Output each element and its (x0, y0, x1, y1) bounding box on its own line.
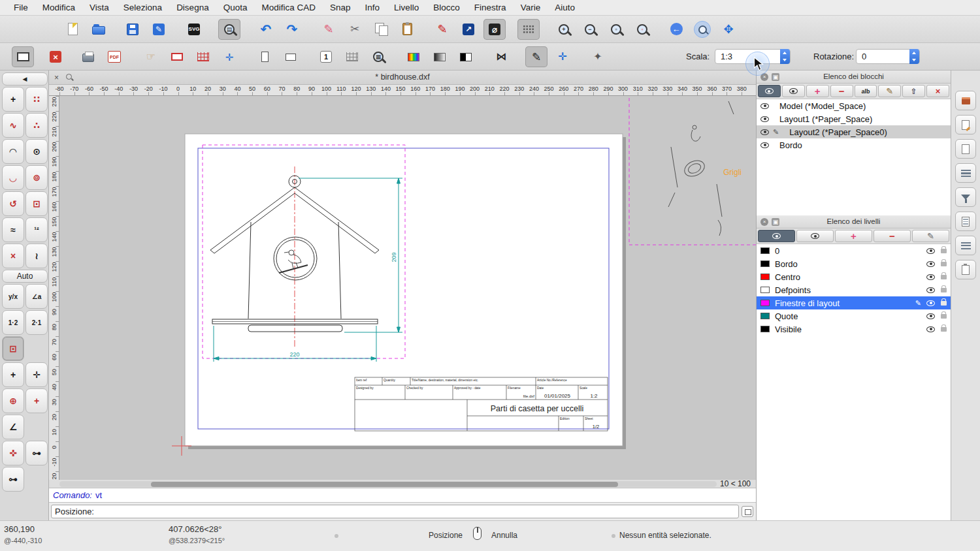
remove-block-icon[interactable]: − (830, 85, 853, 97)
pen-edit-button[interactable]: ✎ (431, 19, 453, 40)
grid-button[interactable] (341, 46, 363, 67)
menu-vista[interactable]: Vista (82, 3, 116, 12)
single-page-button[interactable]: 1 (315, 46, 337, 67)
block-visibility-all-icon[interactable] (758, 85, 781, 97)
pdf-export-button[interactable]: PDF (103, 46, 125, 67)
menu-snap[interactable]: Snap (323, 3, 358, 12)
lock-icon[interactable] (941, 275, 947, 279)
snap-middle-ratio[interactable]: ¹² (25, 217, 48, 242)
layer-row[interactable]: Finestre di layout✎ (757, 296, 951, 309)
visibility-eye-icon[interactable] (926, 326, 935, 332)
draw-cross[interactable]: ✛ (25, 362, 48, 387)
lineweight-button[interactable]: ⋈ (490, 46, 512, 67)
horizontal-scrollbar[interactable] (59, 481, 717, 487)
paste-button[interactable] (396, 19, 418, 40)
print-preview-button[interactable]: ▤ (218, 19, 240, 40)
copy-button[interactable] (370, 19, 392, 40)
menu-aiuto[interactable]: Aiuto (547, 3, 582, 12)
empty-set-button[interactable]: ⌀ (483, 19, 506, 40)
pan-hand-button[interactable]: ☞ (140, 46, 162, 67)
visibility-eye-icon[interactable] (926, 300, 935, 306)
zoom-page-button[interactable]: ▫ (605, 19, 627, 40)
cut-button[interactable]: ✂ (344, 19, 366, 40)
snap-auto[interactable]: ⊚ (25, 165, 48, 190)
snap-off[interactable]: × (2, 244, 24, 268)
visibility-eye-icon[interactable] (926, 313, 935, 319)
menu-file[interactable]: File (7, 3, 35, 12)
zoom-window-button[interactable] (691, 19, 713, 40)
layer-visibility-icon[interactable] (796, 230, 834, 242)
layer-visibility-all-icon[interactable] (758, 230, 795, 242)
snap-reference[interactable]: ⊕ (2, 388, 24, 413)
zoom-in-button[interactable]: + (553, 19, 575, 40)
menu-modifica[interactable]: Modifica (35, 3, 82, 12)
blocks-widget-icon[interactable] (955, 91, 976, 110)
tools-button[interactable]: ✦ (587, 46, 609, 67)
coord-cartesian[interactable]: y/x (2, 284, 24, 309)
grid-toggle-button[interactable] (517, 19, 540, 40)
position-expand-button[interactable] (742, 506, 753, 517)
svg-export-button[interactable]: SVG (183, 19, 205, 40)
remove-layer-icon[interactable]: − (874, 230, 911, 242)
lock-icon[interactable] (941, 262, 947, 266)
position-input[interactable]: Posizione: (51, 505, 739, 518)
layer-filter-widget-icon[interactable] (955, 187, 976, 207)
draw-frame-button[interactable] (166, 46, 188, 67)
clipboard-widget-icon[interactable] (955, 260, 976, 279)
viewport-button[interactable] (12, 46, 34, 67)
color-palette-button[interactable] (402, 46, 425, 67)
edit-block-icon[interactable]: ✎ (878, 85, 901, 97)
collapse-tools[interactable]: ◀ (2, 72, 48, 86)
menu-quota[interactable]: Quota (216, 3, 255, 12)
snap-free[interactable]: + (2, 87, 24, 112)
open-file-button[interactable] (88, 19, 110, 40)
visibility-eye-icon[interactable] (926, 274, 935, 280)
scrollbar-thumb[interactable] (151, 482, 618, 487)
menu-info[interactable]: Info (358, 3, 387, 12)
erase-button[interactable]: ✎ (318, 19, 340, 40)
delete-block-icon[interactable]: × (926, 85, 949, 97)
measure-angle[interactable]: ∠ (2, 415, 24, 439)
edit-layer-icon[interactable]: ✎ (912, 230, 949, 242)
scale-ratio-2-1[interactable]: 2·1 (25, 310, 48, 335)
layer-row[interactable]: 0 (757, 244, 951, 257)
snap-distance[interactable]: ≈ (2, 217, 24, 242)
undo-button[interactable]: ↶ (255, 19, 277, 40)
add-point-button[interactable]: ✛ (551, 46, 574, 67)
menu-modifica-cad[interactable]: Modifica CAD (254, 3, 323, 12)
block-row[interactable]: Bordo (757, 138, 951, 151)
close-viewport-button[interactable]: × (44, 46, 67, 67)
zoom-previous-button[interactable]: ← (665, 19, 687, 40)
menu-seleziona[interactable]: Seleziona (116, 3, 169, 12)
save-as-button[interactable]: ✎ (148, 19, 170, 40)
restrict-orthogonal[interactable]: ↺ (2, 191, 24, 216)
menu-blocco[interactable]: Blocco (426, 3, 467, 12)
menu-finestra[interactable]: Finestra (467, 3, 514, 12)
menu-disegna[interactable]: Disegna (169, 3, 216, 12)
grayscale-button[interactable] (429, 46, 451, 67)
black-white-button[interactable] (455, 46, 477, 67)
save-button[interactable] (122, 19, 144, 40)
add-layer-icon[interactable]: + (835, 230, 872, 242)
visibility-eye-icon[interactable] (760, 116, 769, 122)
stepper-icon[interactable] (780, 49, 790, 64)
lock-icon[interactable] (941, 314, 947, 319)
selection-list-widget-icon[interactable] (955, 236, 976, 255)
restrict-horizontal[interactable]: ⊡ (25, 191, 48, 216)
red-grid-button[interactable] (192, 46, 214, 67)
new-file-button[interactable] (61, 19, 84, 40)
block-row[interactable]: ✎Layout2 (*Paper_Space0) (757, 125, 951, 138)
layers-widget-icon[interactable] (955, 163, 976, 183)
portrait-page-button[interactable] (253, 46, 276, 67)
rotazione-dropdown[interactable]: 0 (856, 49, 920, 64)
key-lock[interactable]: ⊶ (2, 467, 24, 492)
snap-grid[interactable]: ∷ (25, 87, 48, 112)
draft-pen-button[interactable]: ✎ (525, 46, 547, 67)
block-visibility-icon[interactable] (782, 85, 805, 97)
draw-mark[interactable]: + (25, 388, 48, 413)
menu-varie[interactable]: Varie (514, 3, 548, 12)
command-input[interactable]: vt (95, 490, 102, 500)
snap-middle[interactable]: ⊙ (25, 139, 48, 164)
menu-livello[interactable]: Livello (387, 3, 426, 12)
lock-icon[interactable] (941, 327, 947, 332)
